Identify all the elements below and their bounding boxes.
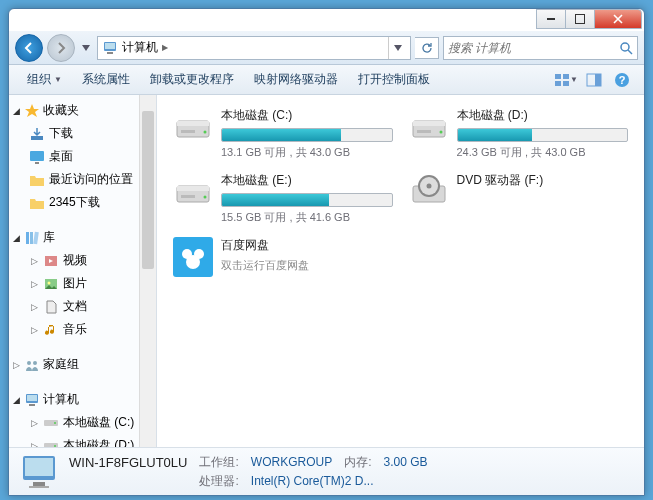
hard-drive-icon	[173, 172, 213, 212]
drive-label: 本地磁盘 (D:)	[457, 107, 629, 124]
address-bar[interactable]: 计算机 ▶	[97, 36, 411, 60]
computer-icon	[102, 40, 118, 56]
svg-rect-35	[181, 130, 195, 133]
preview-pane-button[interactable]	[582, 68, 606, 92]
help-button[interactable]: ?	[610, 68, 634, 92]
nav-history-dropdown[interactable]	[79, 34, 93, 62]
svg-rect-28	[44, 443, 58, 448]
svg-point-27	[54, 422, 56, 424]
close-button[interactable]	[594, 9, 642, 29]
svg-point-20	[48, 281, 51, 284]
documents-icon	[43, 299, 59, 315]
sidebar-homegroup-header[interactable]: ▷ 家庭组	[9, 353, 140, 376]
svg-rect-12	[31, 136, 43, 140]
cpu-value: Intel(R) Core(TM)2 D...	[251, 474, 428, 488]
homegroup-icon	[24, 357, 40, 373]
address-dropdown[interactable]	[388, 37, 406, 59]
sidebar-favorites-header[interactable]: ◢ 收藏夹	[9, 99, 140, 122]
svg-rect-25	[29, 404, 35, 406]
uninstall-programs-button[interactable]: 卸载或更改程序	[140, 67, 244, 92]
svg-rect-13	[30, 151, 44, 161]
app-description: 双击运行百度网盘	[221, 258, 393, 273]
folder-icon	[29, 195, 45, 211]
chevron-right-icon[interactable]: ▶	[162, 43, 168, 52]
map-network-drive-button[interactable]: 映射网络驱动器	[244, 67, 348, 92]
sidebar-item-desktop[interactable]: 桌面	[9, 145, 140, 168]
sidebar-item-drive-c[interactable]: ▷ 本地磁盘 (C:)	[9, 411, 140, 434]
hard-drive-item[interactable]: 本地磁盘 (D:) 24.3 GB 可用 , 共 43.0 GB	[405, 103, 633, 164]
cpu-label: 处理器:	[199, 473, 238, 490]
system-properties-button[interactable]: 系统属性	[72, 67, 140, 92]
sidebar-item-recent[interactable]: 最近访问的位置	[9, 168, 140, 191]
main-content: 本地磁盘 (C:) 13.1 GB 可用 , 共 43.0 GB 本地磁盘 (D…	[157, 95, 644, 447]
svg-point-50	[186, 255, 200, 269]
svg-rect-2	[107, 52, 113, 54]
svg-rect-53	[33, 482, 45, 486]
capacity-bar	[221, 193, 393, 207]
desktop-icon	[29, 149, 45, 165]
organize-menu[interactable]: 组织▼	[17, 67, 72, 92]
sidebar-item-documents[interactable]: ▷ 文档	[9, 295, 140, 318]
search-box[interactable]	[443, 36, 638, 60]
computer-large-icon	[19, 452, 59, 492]
forward-button[interactable]	[47, 34, 75, 62]
svg-rect-24	[27, 395, 37, 401]
svg-point-47	[426, 184, 431, 189]
svg-rect-5	[563, 74, 569, 79]
svg-text:?: ?	[619, 74, 626, 86]
sidebar-item-music[interactable]: ▷ 音乐	[9, 318, 140, 341]
view-options-button[interactable]: ▼	[554, 68, 578, 92]
recent-icon	[29, 172, 45, 188]
pictures-icon	[43, 276, 59, 292]
svg-rect-6	[555, 81, 561, 86]
refresh-button[interactable]	[415, 37, 439, 59]
svg-point-21	[27, 361, 31, 365]
sidebar-item-downloads[interactable]: 下载	[9, 122, 140, 145]
maximize-button[interactable]	[565, 9, 595, 29]
back-button[interactable]	[15, 34, 43, 62]
sidebar: ◢ 收藏夹 下载 桌面 最近访问的位置	[9, 95, 157, 447]
svg-point-34	[204, 131, 207, 134]
svg-rect-37	[413, 121, 445, 126]
svg-rect-41	[177, 186, 209, 191]
minimize-button[interactable]	[536, 9, 566, 29]
app-name: 百度网盘	[221, 237, 393, 254]
toolbar: 组织▼ 系统属性 卸载或更改程序 映射网络驱动器 打开控制面板 ▼ ?	[9, 65, 644, 95]
capacity-text: 15.5 GB 可用 , 共 41.6 GB	[221, 210, 393, 225]
svg-rect-33	[177, 121, 209, 126]
svg-rect-52	[25, 458, 53, 476]
music-icon	[43, 322, 59, 338]
capacity-bar	[221, 128, 393, 142]
svg-rect-17	[33, 231, 39, 243]
sidebar-scrollbar[interactable]	[139, 95, 156, 447]
star-icon	[24, 103, 40, 119]
hard-drive-item[interactable]: 本地磁盘 (C:) 13.1 GB 可用 , 共 43.0 GB	[169, 103, 397, 164]
navbar: 计算机 ▶	[9, 31, 644, 65]
open-control-panel-button[interactable]: 打开控制面板	[348, 67, 440, 92]
svg-rect-14	[35, 162, 39, 164]
computer-icon	[24, 392, 40, 408]
workgroup-value: WORKGROUP	[251, 455, 332, 469]
sidebar-item-2345[interactable]: 2345下载	[9, 191, 140, 214]
workgroup-label: 工作组:	[199, 454, 238, 471]
search-input[interactable]	[448, 41, 619, 55]
svg-rect-7	[563, 81, 569, 86]
sidebar-computer-header[interactable]: ◢ 计算机	[9, 388, 140, 411]
hard-drive-item[interactable]: 本地磁盘 (E:) 15.5 GB 可用 , 共 41.6 GB	[169, 168, 397, 229]
memory-value: 3.00 GB	[384, 455, 428, 469]
svg-point-3	[621, 43, 629, 51]
sidebar-item-drive-d[interactable]: ▷ 本地磁盘 (D:)	[9, 434, 140, 447]
search-icon	[619, 41, 633, 55]
dvd-drive-item[interactable]: DVD 驱动器 (F:)	[405, 168, 633, 229]
baidu-cloud-icon	[173, 237, 213, 277]
sidebar-item-pictures[interactable]: ▷ 图片	[9, 272, 140, 295]
svg-rect-39	[417, 130, 431, 133]
baidu-netdisk-item[interactable]: 百度网盘 双击运行百度网盘	[169, 233, 397, 281]
sidebar-item-videos[interactable]: ▷ 视频	[9, 249, 140, 272]
svg-rect-54	[29, 486, 49, 488]
sidebar-libraries-header[interactable]: ◢ 库	[9, 226, 140, 249]
svg-rect-4	[555, 74, 561, 79]
hard-drive-icon	[409, 107, 449, 147]
drive-label: 本地磁盘 (E:)	[221, 172, 393, 189]
breadcrumb-location[interactable]: 计算机	[122, 39, 158, 56]
